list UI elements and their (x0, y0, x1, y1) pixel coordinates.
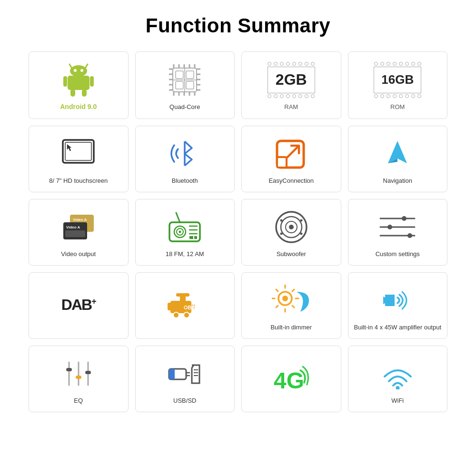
svg-line-90 (292, 289, 294, 291)
cell-amplifier: Built-in 4 x 45W amplifier output (348, 272, 448, 339)
bluetooth-label: Bluetooth (172, 177, 198, 185)
custom-settings-icon (376, 208, 419, 246)
video-output-icon: Video A Video A (57, 208, 100, 246)
wifi-label: WiFi (391, 397, 404, 405)
svg-point-64 (280, 219, 282, 221)
svg-point-3 (74, 69, 77, 72)
svg-marker-104 (192, 365, 199, 383)
svg-text:4G: 4G (274, 368, 304, 393)
svg-line-91 (276, 306, 278, 307)
svg-rect-7 (90, 76, 94, 87)
svg-rect-59 (194, 236, 197, 239)
cell-subwoofer: Subwoofer (241, 199, 341, 266)
svg-text:OBD: OBD (184, 305, 196, 310)
page-title: Function Summary (146, 14, 330, 37)
function-grid: Android 9.0 (29, 51, 447, 412)
cell-fm: 18 FM, 12 AM (135, 199, 235, 266)
quad-core-icon (163, 61, 206, 99)
amplifier-icon (376, 281, 419, 319)
subwoofer-label: Subwoofer (277, 250, 306, 258)
svg-line-88 (276, 289, 278, 291)
svg-point-83 (282, 296, 288, 301)
rom-icon: 16GB (376, 61, 419, 99)
svg-rect-36 (186, 81, 194, 89)
svg-point-79 (184, 312, 189, 318)
svg-marker-92 (385, 295, 395, 306)
svg-rect-69 (402, 216, 407, 221)
cell-bluetooth: Bluetooth (135, 126, 235, 192)
svg-rect-76 (176, 293, 189, 297)
cell-rom: 16GB ROM (348, 51, 448, 119)
cell-custom-settings: Custom settings (348, 199, 448, 266)
easyconnection-label: EasyConnection (268, 177, 314, 185)
usb-sd-icon (163, 355, 206, 393)
svg-rect-9 (82, 89, 87, 97)
svg-rect-95 (66, 368, 72, 371)
svg-rect-77 (168, 303, 172, 310)
svg-line-89 (292, 306, 294, 307)
rom-label: ROM (390, 103, 405, 111)
cell-touchscreen: 8/ 7" HD touchscreen (29, 126, 129, 192)
svg-text:Video A: Video A (66, 225, 80, 229)
cell-dimmer: Built-in dimmer (241, 272, 341, 339)
fm-label: 18 FM, 12 AM (166, 250, 204, 258)
svg-rect-33 (176, 71, 183, 79)
svg-rect-49 (65, 230, 85, 237)
cell-dab: DAB+ (29, 272, 129, 339)
svg-rect-71 (387, 225, 392, 229)
usb-sd-label: USB/SD (173, 397, 196, 405)
navigation-label: Navigation (383, 177, 412, 185)
4g-icon: 4G (270, 359, 313, 397)
svg-rect-6 (63, 76, 67, 87)
cell-usb-sd: USB/SD (135, 346, 235, 412)
cell-4g: 4G (241, 346, 341, 412)
svg-rect-34 (186, 71, 194, 79)
obd-icon: II OBD (163, 286, 206, 324)
cell-android: Android 9.0 (29, 51, 129, 119)
video-output-label: Video output (61, 250, 96, 258)
svg-rect-97 (76, 376, 81, 379)
quad-core-label: Quad-Core (169, 103, 200, 111)
svg-point-109 (396, 386, 399, 389)
dimmer-icon (270, 281, 313, 319)
svg-rect-5 (68, 76, 89, 90)
svg-marker-93 (383, 297, 385, 304)
svg-rect-73 (407, 233, 412, 238)
bluetooth-icon (163, 135, 206, 173)
svg-rect-99 (85, 371, 91, 374)
svg-rect-38 (65, 142, 91, 160)
svg-rect-35 (176, 81, 183, 89)
amplifier-label: Built-in 4 x 45W amplifier output (354, 323, 441, 332)
svg-rect-58 (189, 236, 193, 239)
subwoofer-icon (270, 208, 313, 246)
easyconnection-icon (270, 135, 313, 173)
touchscreen-icon (57, 135, 100, 173)
svg-point-78 (173, 312, 179, 318)
svg-rect-42 (277, 157, 287, 168)
svg-point-54 (179, 231, 181, 233)
svg-text:Video A: Video A (73, 218, 87, 222)
ram-icon: 2GB (270, 61, 313, 99)
cell-ram: 2GB RAM (241, 51, 341, 119)
svg-point-67 (300, 232, 302, 235)
fm-icon (163, 208, 206, 246)
touchscreen-label: 8/ 7" HD touchscreen (49, 177, 108, 185)
ram-label: RAM (284, 103, 298, 111)
dab-icon: DAB+ (57, 286, 100, 324)
cell-easyconnection: EasyConnection (241, 126, 341, 192)
android-label: Android 9.0 (60, 102, 97, 112)
svg-point-66 (280, 232, 282, 235)
eq-icon (57, 355, 100, 393)
svg-point-2 (70, 65, 87, 77)
cell-video-output: Video A Video A Video output (29, 199, 129, 266)
svg-line-51 (176, 213, 180, 222)
svg-point-63 (289, 225, 294, 229)
custom-settings-label: Custom settings (376, 250, 420, 258)
navigation-icon (376, 135, 419, 173)
android-icon (57, 60, 100, 99)
cell-navigation: Navigation (348, 126, 448, 192)
cell-eq: EQ (29, 346, 129, 412)
eq-label: EQ (74, 397, 83, 405)
svg-rect-101 (169, 369, 175, 379)
cell-quad-core: Quad-Core (135, 51, 235, 119)
